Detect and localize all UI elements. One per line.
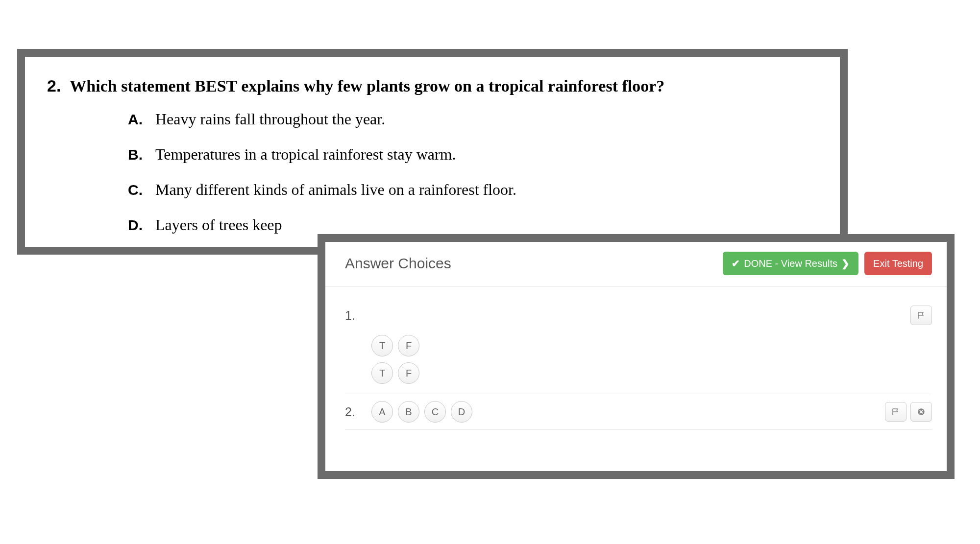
false-bubble[interactable]: F bbox=[398, 362, 419, 384]
true-bubble[interactable]: T bbox=[371, 362, 393, 384]
bubble-label: T bbox=[379, 340, 385, 352]
choice-letter: B. bbox=[128, 146, 145, 163]
bubble-label: D bbox=[458, 406, 465, 418]
question-number: 2. bbox=[47, 76, 61, 95]
abcd-bubbles: A B C D bbox=[371, 401, 472, 423]
bubble-label: F bbox=[406, 340, 412, 352]
tf-bubbles: T F bbox=[371, 362, 419, 384]
choice-text: Heavy rains fall throughout the year. bbox=[155, 110, 385, 128]
choices-list: A. Heavy rains fall throughout the year.… bbox=[47, 110, 820, 234]
flag-button[interactable] bbox=[910, 306, 932, 325]
exit-testing-button[interactable]: Exit Testing bbox=[864, 252, 932, 275]
done-button-label: DONE - View Results bbox=[744, 258, 837, 269]
choice-letter: C. bbox=[128, 182, 145, 198]
question-card: 2. Which statement BEST explains why few… bbox=[17, 49, 848, 255]
answer-body: 1. T F T F 2. A B bbox=[325, 286, 947, 430]
choice-text: Layers of trees keep bbox=[155, 216, 282, 234]
choice-row: B. Temperatures in a tropical rainforest… bbox=[128, 145, 820, 164]
question-text: Which statement BEST explains why few pl… bbox=[70, 77, 664, 95]
check-icon: ✔ bbox=[732, 258, 740, 269]
row-actions bbox=[885, 402, 932, 422]
answer-row-number: 1. bbox=[345, 308, 368, 323]
answer-row: 1. bbox=[345, 299, 932, 332]
clear-button[interactable] bbox=[910, 402, 932, 422]
choice-row: A. Heavy rains fall throughout the year. bbox=[128, 110, 820, 128]
done-view-results-button[interactable]: ✔ DONE - View Results ❯ bbox=[723, 252, 858, 275]
exit-button-label: Exit Testing bbox=[873, 258, 923, 269]
choice-row: C. Many different kinds of animals live … bbox=[128, 181, 820, 199]
choice-row: D. Layers of trees keep bbox=[128, 216, 820, 234]
answer-row-number: 2. bbox=[345, 405, 368, 419]
choice-letter: A. bbox=[128, 111, 145, 128]
answer-card: Answer Choices ✔ DONE - View Results ❯ E… bbox=[318, 234, 955, 479]
true-bubble[interactable]: T bbox=[371, 335, 393, 356]
flag-button[interactable] bbox=[885, 402, 906, 422]
flag-icon bbox=[891, 407, 900, 416]
answer-row: 2. A B C D bbox=[345, 394, 932, 430]
header-buttons: ✔ DONE - View Results ❯ Exit Testing bbox=[723, 252, 932, 275]
question-line: 2. Which statement BEST explains why few… bbox=[47, 76, 820, 95]
close-circle-icon bbox=[917, 407, 926, 416]
row-actions bbox=[910, 306, 932, 325]
tf-sub-row: T F bbox=[345, 332, 932, 359]
choice-letter: D. bbox=[128, 217, 145, 234]
chevron-right-icon: ❯ bbox=[841, 258, 850, 269]
bubble-label: F bbox=[406, 368, 412, 379]
answer-header: Answer Choices ✔ DONE - View Results ❯ E… bbox=[325, 242, 947, 286]
choice-b-bubble[interactable]: B bbox=[398, 401, 419, 423]
bubble-label: B bbox=[405, 406, 412, 418]
tf-sub-row: T F bbox=[345, 359, 932, 394]
bubble-label: T bbox=[379, 368, 385, 379]
answer-title: Answer Choices bbox=[345, 255, 451, 272]
choice-a-bubble[interactable]: A bbox=[371, 401, 393, 423]
bubble-label: A bbox=[379, 406, 385, 418]
bubble-label: C bbox=[432, 406, 439, 418]
choice-d-bubble[interactable]: D bbox=[451, 401, 472, 423]
choice-text: Temperatures in a tropical rainforest st… bbox=[155, 145, 456, 164]
choice-c-bubble[interactable]: C bbox=[424, 401, 446, 423]
tf-bubbles: T F bbox=[371, 335, 419, 356]
flag-icon bbox=[917, 311, 926, 320]
choice-text: Many different kinds of animals live on … bbox=[155, 181, 516, 199]
false-bubble[interactable]: F bbox=[398, 335, 419, 356]
